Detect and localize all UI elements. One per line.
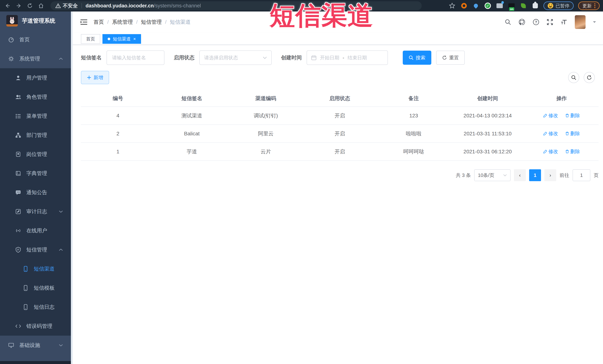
phone-icon bbox=[22, 304, 29, 310]
next-page-button[interactable]: › bbox=[544, 169, 556, 181]
edit-link[interactable]: 修改 bbox=[543, 130, 558, 137]
edit-link[interactable]: 修改 bbox=[543, 148, 558, 155]
delete-link[interactable]: 删除 bbox=[565, 112, 580, 119]
back-button[interactable] bbox=[3, 1, 12, 10]
sidebar-item-posts[interactable]: 岗位管理 bbox=[0, 145, 71, 164]
fullscreen-icon[interactable] bbox=[546, 19, 553, 25]
col-actions: 操作 bbox=[525, 91, 599, 107]
status-select[interactable]: 请选择启用状态 bbox=[199, 50, 272, 65]
paused-extension-badge[interactable]: 已暂停 bbox=[544, 1, 574, 10]
sidebar-fold-icon[interactable] bbox=[80, 19, 88, 25]
extension-onebox-icon[interactable]: on bbox=[508, 2, 515, 10]
sidebar-item-home[interactable]: 首页 bbox=[0, 30, 71, 49]
sidebar-bottom-strip bbox=[0, 361, 71, 364]
code-icon bbox=[15, 323, 22, 330]
breadcrumb-item-home[interactable]: 首页 bbox=[93, 19, 104, 26]
toggle-search-button[interactable] bbox=[568, 72, 579, 83]
sidebar-item-sms-template[interactable]: 短信模板 bbox=[0, 278, 71, 298]
add-button[interactable]: 新增 bbox=[81, 71, 109, 84]
sidebar-item-notice[interactable]: 通知公告 bbox=[0, 183, 71, 202]
table-row: 1 芋道 云片 开启 呵呵呵哒 2021-03-31 06:12:20 修改 删… bbox=[81, 143, 599, 161]
page-size-select[interactable]: 10条/页 bbox=[474, 169, 510, 181]
sidebar-scrollbar[interactable] bbox=[71, 11, 73, 364]
chevron-down-icon bbox=[503, 174, 507, 176]
refresh-icon bbox=[442, 55, 447, 60]
sidebar-item-sms[interactable]: 短信管理 bbox=[0, 240, 71, 259]
sign-input[interactable] bbox=[106, 50, 164, 65]
extension-donut-icon[interactable] bbox=[460, 2, 468, 10]
page-url: dashboard.yudao.iocoder.cn/system/sms-ch… bbox=[86, 3, 201, 9]
search-button[interactable]: 搜索 bbox=[403, 51, 431, 65]
emoji-face-icon bbox=[548, 3, 553, 9]
prev-page-button[interactable]: ‹ bbox=[514, 169, 526, 181]
font-size-icon[interactable] bbox=[560, 19, 568, 25]
breadcrumb-item-system[interactable]: 系统管理 bbox=[112, 19, 133, 26]
extension-pin-icon[interactable] bbox=[472, 2, 480, 10]
col-status: 启用状态 bbox=[303, 91, 377, 107]
col-time: 创建时间 bbox=[451, 91, 524, 107]
user-avatar[interactable] bbox=[575, 15, 586, 29]
avatar-caret-down-icon[interactable] bbox=[593, 21, 596, 23]
extension-sprout-icon[interactable] bbox=[520, 2, 527, 10]
github-icon[interactable] bbox=[518, 19, 525, 26]
tab-sms-channel[interactable]: 短信渠道 × bbox=[103, 34, 141, 44]
tab-home[interactable]: 首页 bbox=[81, 34, 100, 44]
sidebar-item-online-users[interactable]: 在线用户 bbox=[0, 221, 71, 240]
col-code: 渠道编码 bbox=[229, 91, 303, 107]
reload-button[interactable] bbox=[26, 1, 34, 10]
sidebar-item-sms-channel[interactable]: 短信渠道 bbox=[0, 259, 71, 278]
start-date-placeholder[interactable]: 开始日期 bbox=[320, 55, 339, 61]
edit-icon bbox=[543, 132, 547, 135]
browser-update-button[interactable]: 更新 bbox=[578, 1, 600, 10]
security-status[interactable]: 不安全 bbox=[55, 2, 78, 9]
col-id: 编号 bbox=[81, 91, 155, 107]
app-logo-row[interactable]: 芋道管理系统 bbox=[0, 11, 73, 30]
monitor-icon bbox=[8, 342, 14, 349]
help-icon[interactable]: ? bbox=[533, 19, 540, 26]
reset-button[interactable]: 重置 bbox=[436, 51, 465, 65]
jump-prefix: 前往 bbox=[560, 172, 569, 178]
edit-link[interactable]: 修改 bbox=[543, 112, 558, 119]
page-content: 短信签名 启用状态 请选择启用状态 创建时间 开始日期 - bbox=[73, 45, 603, 181]
sidebar-item-infrastructure[interactable]: 基础设施 bbox=[0, 336, 71, 355]
bookmark-star-icon[interactable] bbox=[448, 2, 456, 10]
extension-people-icon[interactable] bbox=[496, 2, 503, 10]
edit-icon bbox=[543, 149, 547, 154]
total-count: 共 3 条 bbox=[456, 172, 471, 178]
sidebar-item-roles[interactable]: 角色管理 bbox=[0, 87, 71, 106]
address-divider bbox=[81, 3, 82, 8]
date-range-picker[interactable]: 开始日期 - 结束日期 bbox=[307, 50, 388, 65]
browser-menu-icon[interactable] bbox=[594, 3, 595, 8]
close-tab-icon[interactable]: × bbox=[133, 36, 136, 42]
sidebar-item-menus[interactable]: 菜单管理 bbox=[0, 106, 71, 126]
sidebar-item-dict[interactable]: 字典管理 bbox=[0, 164, 71, 183]
sidebar-item-sms-log[interactable]: 短信日志 bbox=[0, 298, 71, 317]
forward-button[interactable] bbox=[14, 1, 23, 10]
sidebar-item-departments[interactable]: 部门管理 bbox=[0, 126, 71, 145]
sidebar-item-audit-log[interactable]: 审计日志 bbox=[0, 202, 71, 221]
end-date-placeholder[interactable]: 结束日期 bbox=[348, 55, 367, 61]
header-search-icon[interactable] bbox=[505, 19, 511, 25]
header-actions: ? bbox=[505, 15, 596, 29]
home-button[interactable] bbox=[37, 1, 45, 10]
paused-label: 已暂停 bbox=[556, 3, 569, 9]
extension-green-check-icon[interactable]: ✓ bbox=[484, 2, 491, 10]
sidebar-item-system[interactable]: 系统管理 bbox=[0, 49, 71, 68]
back-icon bbox=[4, 3, 11, 9]
delete-link[interactable]: 删除 bbox=[565, 130, 580, 137]
puzzle-icon[interactable] bbox=[532, 2, 539, 10]
chevron-down-icon bbox=[59, 210, 63, 213]
edit-icon bbox=[543, 113, 547, 118]
col-remark: 备注 bbox=[377, 91, 451, 107]
page-number-1[interactable]: 1 bbox=[529, 169, 541, 181]
breadcrumb-item-sms[interactable]: 短信管理 bbox=[141, 19, 162, 26]
delete-link[interactable]: 删除 bbox=[565, 148, 580, 155]
refresh-icon bbox=[587, 75, 592, 80]
log-icon bbox=[15, 208, 22, 215]
refresh-table-button[interactable] bbox=[584, 72, 595, 83]
forward-icon bbox=[16, 3, 22, 9]
sidebar-item-error-codes[interactable]: 错误码管理 bbox=[0, 317, 71, 336]
sidebar-item-users[interactable]: 用户管理 bbox=[0, 68, 71, 87]
chevron-down-icon bbox=[59, 344, 63, 347]
page-jump-input[interactable] bbox=[573, 169, 590, 181]
